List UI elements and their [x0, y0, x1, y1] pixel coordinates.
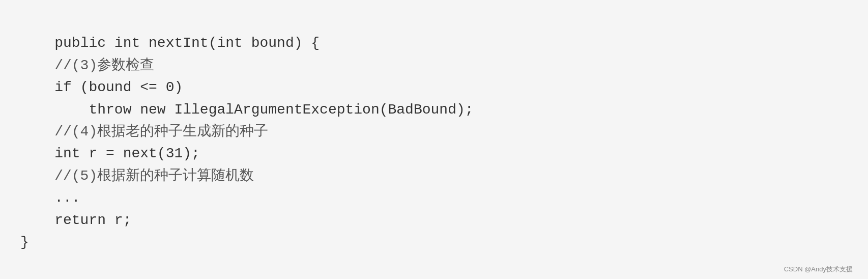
code-line-2: //(3)参数检查	[20, 58, 154, 73]
code-line-9: return r;	[20, 212, 131, 228]
code-line-4: throw new IllegalArgumentException(BadBo…	[20, 102, 474, 118]
footer-credit: CSDN @Andy技术支援	[784, 265, 853, 274]
code-line-5: //(4)根据老的种子生成新的种子	[20, 124, 268, 140]
code-container: public int nextInt(int bound) { //(3)参数检…	[0, 0, 868, 279]
code-line-8: ...	[20, 190, 80, 206]
code-line-6: int r = next(31);	[20, 146, 200, 161]
code-line-7: //(5)根据新的种子计算随机数	[20, 168, 254, 184]
code-line-1: public int nextInt(int bound) {	[54, 35, 320, 51]
code-line-10: }	[20, 234, 29, 250]
code-block: public int nextInt(int bound) { //(3)参数检…	[20, 10, 848, 275]
code-line-3: if (bound <= 0)	[20, 79, 183, 95]
